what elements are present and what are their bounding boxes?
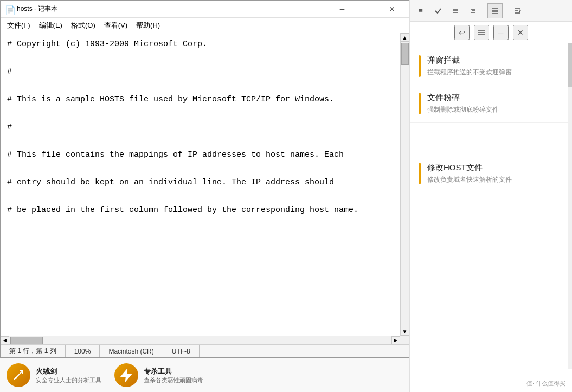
scroll-thumb[interactable] [401, 43, 409, 65]
huorong-name: 火绒剑 [36, 367, 101, 376]
toolbar-separator-2 [506, 5, 506, 16]
menu-bar: 文件(F) 编辑(E) 格式(O) 查看(V) 帮助(H) [1, 18, 409, 33]
zhuansha-desc: 查杀各类恶性顽固病毒 [144, 376, 203, 384]
rtb-spacing-btn[interactable] [510, 3, 525, 18]
huorong-text: 火绒剑 安全专业人士的分析工具 [36, 367, 101, 384]
horizontal-scrollbar[interactable]: ◄ ► [1, 336, 400, 344]
window-title: hosts - 记事本 [17, 4, 330, 14]
tool-zhuansha[interactable]: 专杀工具 查杀各类恶性顽固病毒 [114, 363, 203, 387]
vertical-scrollbar[interactable]: ▲ ▼ [400, 33, 409, 336]
scroll-down-arrow[interactable]: ▼ [401, 327, 409, 336]
right-item-popup[interactable]: 弹窗拦截 拦截程序推送的不受欢迎弹窗 [410, 48, 572, 85]
right-toolbar2: ↩ ─ ✕ [410, 22, 572, 43]
rtb-indent-right-btn[interactable] [448, 3, 463, 18]
right-panel: ≡ ↩ [409, 0, 572, 392]
zhuansha-icon [114, 363, 138, 387]
right-scroll-thumb[interactable] [568, 43, 572, 87]
menu-view[interactable]: 查看(V) [100, 18, 132, 33]
huorong-desc: 安全专业人士的分析工具 [36, 376, 101, 384]
hscroll-thumb[interactable] [10, 337, 43, 344]
maximize-button[interactable]: □ [355, 1, 380, 18]
item-desc-3: 修改负责域名快速解析的文件 [427, 175, 563, 184]
menu-help[interactable]: 帮助(H) [132, 18, 164, 33]
item-desc-2: 强制删除或彻底粉碎文件 [427, 105, 563, 114]
rtb2-close-btn[interactable]: ✕ [513, 25, 528, 40]
svg-point-1 [15, 377, 17, 379]
right-item-shred[interactable]: 文件粉碎 强制删除或彻底粉碎文件 [410, 85, 572, 123]
item-desc-1: 拦截程序推送的不受欢迎弹窗 [427, 68, 563, 77]
item-accent-3 [419, 163, 421, 184]
content-area: # Copyright (c) 1993-2009 Microsoft Corp… [1, 33, 409, 336]
bolt-icon [120, 369, 133, 382]
item-title-3: 修改HOST文件 [427, 163, 563, 173]
huorong-icon [7, 363, 30, 387]
item-accent-2 [419, 93, 421, 114]
window-controls: ─ □ ✕ [330, 1, 404, 18]
watermark: 值· 什么值得买 [526, 380, 565, 388]
menu-format[interactable]: 格式(O) [67, 18, 100, 33]
rtb-align-btn[interactable] [487, 3, 503, 18]
item-accent-1 [419, 55, 421, 77]
sword-icon [12, 369, 25, 382]
item-title-1: 弹窗拦截 [427, 55, 563, 66]
tool-huorong[interactable]: 火绒剑 安全专业人士的分析工具 [7, 363, 101, 387]
item-body-2: 文件粉碎 强制删除或彻底粉碎文件 [427, 93, 563, 114]
status-bar: 第 1 行，第 1 列 100% Macintosh (CR) UTF-8 [1, 344, 409, 357]
status-encoding1: Macintosh (CR) [100, 345, 163, 357]
notepad-window: 📄 hosts - 记事本 ─ □ ✕ 文件(F) 编辑(E) 格式(O) 查看… [0, 0, 409, 358]
rtb-list-btn[interactable]: ≡ [413, 3, 428, 18]
status-position: 第 1 行，第 1 列 [5, 345, 66, 357]
scroll-right-arrow[interactable]: ► [391, 336, 400, 345]
svg-marker-2 [121, 370, 131, 381]
rtb2-list2-btn[interactable] [474, 25, 489, 40]
scroll-up-arrow[interactable]: ▲ [401, 33, 409, 42]
rtb2-minimize-btn[interactable]: ─ [493, 25, 509, 40]
toolbar-separator-1 [484, 5, 484, 16]
item-body-1: 弹窗拦截 拦截程序推送的不受欢迎弹窗 [427, 55, 563, 77]
right-scrollbar[interactable] [568, 43, 572, 369]
menu-edit[interactable]: 编辑(E) [35, 18, 67, 33]
hscroll-track[interactable] [9, 336, 391, 344]
scroll-left-arrow[interactable]: ◄ [1, 336, 9, 345]
status-zoom: 100% [66, 345, 100, 357]
right-item-hosts[interactable]: 修改HOST文件 修改负责域名快速解析的文件 [410, 155, 572, 192]
rtb2-back-btn[interactable]: ↩ [454, 25, 470, 40]
menu-file[interactable]: 文件(F) [3, 18, 35, 33]
spacer [410, 123, 572, 155]
status-encoding2: UTF-8 [163, 345, 200, 357]
scroll-track[interactable] [401, 42, 409, 327]
rtb-indent-left-btn[interactable] [465, 3, 480, 18]
text-editor[interactable]: # Copyright (c) 1993-2009 Microsoft Corp… [1, 33, 400, 336]
hscroll-container: ◄ ► [1, 336, 409, 344]
zhuansha-name: 专杀工具 [144, 367, 203, 376]
item-body-3: 修改HOST文件 修改负责域名快速解析的文件 [427, 163, 563, 184]
bottom-toolbar: 火绒剑 安全专业人士的分析工具 专杀工具 查杀各类恶性顽固病毒 [0, 358, 409, 392]
minimize-button[interactable]: ─ [330, 1, 355, 18]
rtb-check-btn[interactable] [430, 3, 446, 18]
close-button[interactable]: ✕ [380, 1, 404, 18]
scroll-corner [400, 336, 409, 344]
right-panel-content: 弹窗拦截 拦截程序推送的不受欢迎弹窗 文件粉碎 强制删除或彻底粉碎文件 修改HO… [410, 43, 572, 392]
right-toolbar: ≡ [410, 0, 572, 22]
zhuansha-text: 专杀工具 查杀各类恶性顽固病毒 [144, 367, 203, 384]
item-title-2: 文件粉碎 [427, 93, 563, 103]
notepad-icon: 📄 [5, 5, 14, 14]
title-bar: 📄 hosts - 记事本 ─ □ ✕ [1, 1, 409, 18]
